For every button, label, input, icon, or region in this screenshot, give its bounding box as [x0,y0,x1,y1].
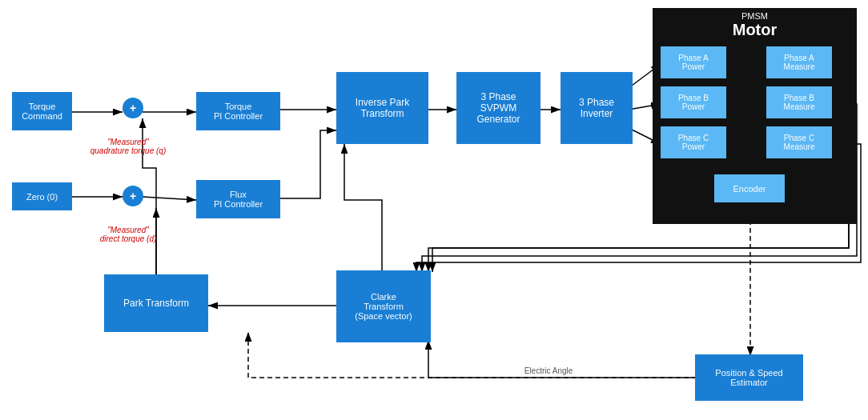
position-speed-block: Position & SpeedEstimator [695,354,803,401]
torque-command-block: TorqueCommand [12,92,72,130]
phase-c-power-block: Phase CPower [661,126,726,158]
phase-b-power-block: Phase BPower [661,86,726,118]
svpwm-block: 3 PhaseSVPWMGenerator [456,72,540,144]
sum-node-1: + [123,98,143,118]
encoder-block: Encoder [714,174,785,202]
phase-a-power-block: Phase APower [661,46,726,78]
torque-pi-block: TorquePI Controller [196,92,280,130]
inverter-block: 3 PhaseInverter [561,72,633,144]
pmsm-label: PMSM [653,11,857,21]
motor-label: Motor [653,21,857,39]
diagram-container: PMSM Motor TorqueCommand Zero (0) + + To… [0,0,868,420]
clarke-transform-block: ClarkeTransform(Space vector) [336,270,431,342]
park-transform-block: Park Transform [104,274,208,332]
zero-block: Zero (0) [12,182,72,210]
electric-angle-label: Electric Angle [496,366,601,375]
flux-pi-block: FluxPI Controller [196,180,280,218]
svg-line-5 [143,197,196,200]
sum-node-2: + [123,186,143,206]
phase-c-measure-block: Phase CMeasure [766,126,832,158]
inverse-park-block: Inverse ParkTransform [336,72,428,144]
phase-b-measure-block: Phase BMeasure [766,86,832,118]
phase-a-measure-block: Phase AMeasure [766,46,832,78]
measured-d-label: "Measured"direct torque (d) [80,226,176,243]
measured-q-label: "Measured"quadrature torque (q) [80,138,176,155]
